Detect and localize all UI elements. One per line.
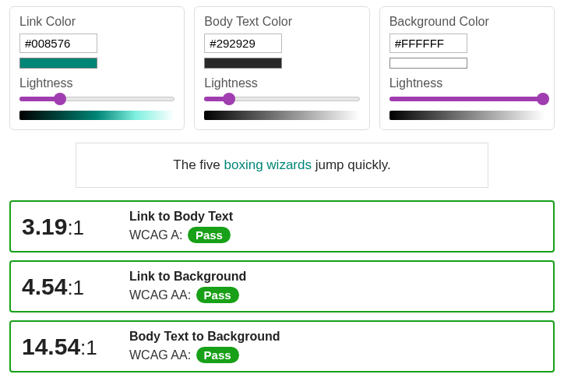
lightness-label: Lightness bbox=[19, 76, 174, 90]
sample-link: boxing wizards bbox=[224, 157, 312, 172]
color-panels-row: Link Color Lightness Body Text Color Lig… bbox=[9, 6, 555, 130]
result-title: Link to Body Text bbox=[129, 210, 542, 224]
swatch-link bbox=[19, 58, 97, 69]
hex-input-link[interactable] bbox=[19, 34, 97, 53]
ratio-suffix: :1 bbox=[80, 336, 97, 359]
wcag-level: WCAG AA: bbox=[129, 288, 195, 302]
sample-pre: The five bbox=[173, 157, 224, 172]
ratio-suffix: :1 bbox=[67, 216, 84, 239]
swatch-background bbox=[390, 58, 467, 69]
gradient-strip bbox=[390, 111, 545, 120]
sample-post: jump quickly. bbox=[312, 157, 391, 172]
hex-input-background[interactable] bbox=[390, 34, 467, 53]
result-line: WCAG AA: Pass bbox=[129, 347, 542, 363]
slider-fill bbox=[390, 97, 543, 101]
gradient-strip bbox=[19, 111, 174, 120]
swatch-body bbox=[204, 58, 282, 69]
slider-thumb[interactable] bbox=[537, 93, 549, 105]
ratio-number: 4.54 bbox=[22, 274, 67, 299]
panel-title: Background Color bbox=[390, 15, 545, 29]
panel-background-color: Background Color Lightness bbox=[379, 6, 555, 130]
wcag-level: WCAG A: bbox=[129, 228, 186, 242]
wcag-level: WCAG AA: bbox=[129, 348, 195, 362]
lightness-slider-background[interactable] bbox=[390, 94, 545, 106]
panel-title: Link Color bbox=[19, 15, 174, 29]
results-list: 3.19:1 Link to Body Text WCAG A: Pass 4.… bbox=[9, 200, 555, 373]
lightness-label: Lightness bbox=[390, 76, 545, 90]
panel-title: Body Text Color bbox=[204, 15, 359, 29]
result-line: WCAG A: Pass bbox=[129, 227, 542, 243]
panel-body-color: Body Text Color Lightness bbox=[194, 6, 369, 130]
ratio-number: 14.54 bbox=[22, 334, 80, 359]
result-body: Link to Body Text WCAG A: Pass bbox=[129, 210, 542, 243]
ratio-value: 3.19:1 bbox=[22, 214, 115, 240]
slider-thumb[interactable] bbox=[223, 93, 235, 105]
result-title: Body Text to Background bbox=[129, 330, 542, 344]
gradient-strip bbox=[204, 111, 359, 120]
result-body: Body Text to Background WCAG AA: Pass bbox=[129, 330, 542, 363]
hex-input-body[interactable] bbox=[204, 34, 282, 53]
ratio-value: 4.54:1 bbox=[22, 274, 115, 300]
ratio-value: 14.54:1 bbox=[22, 334, 115, 360]
pass-badge: Pass bbox=[196, 287, 239, 303]
lightness-label: Lightness bbox=[204, 76, 359, 90]
result-link-to-background: 4.54:1 Link to Background WCAG AA: Pass bbox=[9, 260, 555, 313]
ratio-suffix: :1 bbox=[67, 276, 84, 299]
result-body-to-background: 14.54:1 Body Text to Background WCAG AA:… bbox=[9, 320, 555, 373]
result-link-to-body: 3.19:1 Link to Body Text WCAG A: Pass bbox=[9, 200, 555, 253]
lightness-slider-link[interactable] bbox=[19, 94, 174, 106]
lightness-slider-body[interactable] bbox=[204, 94, 359, 106]
pass-badge: Pass bbox=[196, 347, 239, 363]
sample-sentence-box: The five boxing wizards jump quickly. bbox=[76, 143, 488, 188]
ratio-number: 3.19 bbox=[22, 214, 67, 239]
result-line: WCAG AA: Pass bbox=[129, 287, 542, 303]
slider-thumb[interactable] bbox=[54, 93, 66, 105]
pass-badge: Pass bbox=[188, 227, 231, 243]
result-title: Link to Background bbox=[129, 270, 542, 284]
result-body: Link to Background WCAG AA: Pass bbox=[129, 270, 542, 303]
panel-link-color: Link Color Lightness bbox=[9, 6, 185, 130]
